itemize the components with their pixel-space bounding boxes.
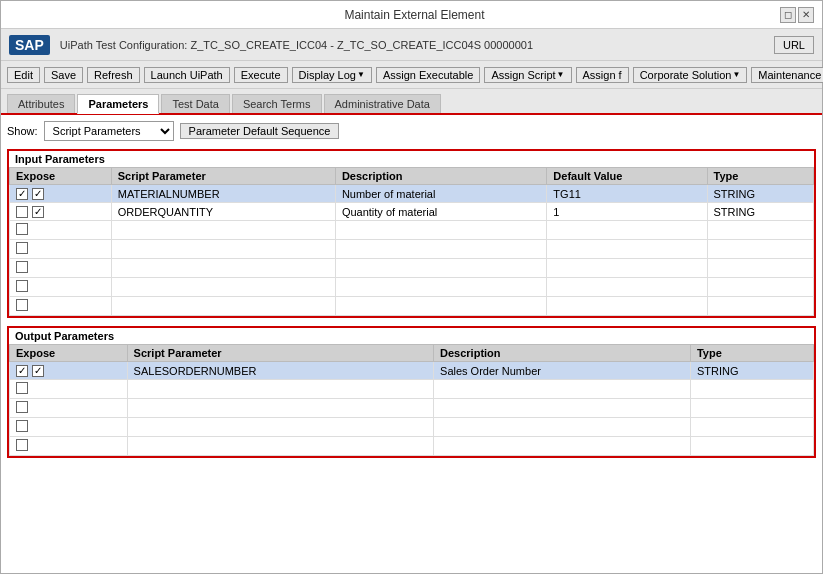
edit-button[interactable]: Edit	[7, 67, 40, 83]
assign-script-button[interactable]: Assign Script ▼	[484, 67, 571, 83]
type-cell	[690, 380, 813, 399]
table-row	[10, 418, 814, 437]
table-row	[10, 297, 814, 316]
col-type: Type	[690, 345, 813, 362]
default-value-cell	[547, 297, 707, 316]
expose-outer-checkbox[interactable]	[16, 365, 28, 377]
expose-checkbox[interactable]	[16, 420, 28, 432]
default-value-cell: TG11	[547, 185, 707, 203]
execute-button[interactable]: Execute	[234, 67, 288, 83]
expose-cell	[10, 380, 128, 399]
launch-uipath-button[interactable]: Launch UiPath	[144, 67, 230, 83]
table-row	[10, 437, 814, 456]
expose-checkbox[interactable]	[16, 299, 28, 311]
script-param-cell	[111, 278, 335, 297]
tab-parameters[interactable]: Parameters	[77, 94, 159, 114]
col-description: Description	[335, 168, 546, 185]
expose-outer-checkbox[interactable]	[16, 206, 28, 218]
script-param-cell	[127, 418, 433, 437]
description-cell	[335, 259, 546, 278]
show-label: Show:	[7, 125, 38, 137]
title-bar: Maintain External Element ◻ ✕	[1, 1, 822, 29]
tab-attributes[interactable]: Attributes	[7, 94, 75, 113]
refresh-button[interactable]: Refresh	[87, 67, 140, 83]
col-default-value: Default Value	[547, 168, 707, 185]
expose-cell	[10, 437, 128, 456]
type-cell	[707, 278, 813, 297]
description-cell	[434, 437, 691, 456]
script-param-cell: SALESORDERNUMBER	[127, 362, 433, 380]
toolbar: Edit Save Refresh Launch UiPath Execute …	[1, 61, 822, 89]
default-value-cell: 1	[547, 203, 707, 221]
expose-checkbox[interactable]	[16, 223, 28, 235]
col-script-param: Script Parameter	[127, 345, 433, 362]
expose-outer-checkbox[interactable]	[16, 188, 28, 200]
output-parameters-section: Output Parameters Expose Script Paramete…	[7, 326, 816, 458]
type-cell	[707, 297, 813, 316]
description-cell	[434, 399, 691, 418]
expose-cell	[10, 259, 112, 278]
description-cell: Quantity of material	[335, 203, 546, 221]
table-row	[10, 278, 814, 297]
default-value-cell	[547, 259, 707, 278]
restore-button[interactable]: ◻	[780, 7, 796, 23]
expose-cell	[10, 418, 128, 437]
description-cell	[335, 240, 546, 259]
main-window: Maintain External Element ◻ ✕ SAP UiPath…	[0, 0, 823, 574]
col-expose: Expose	[10, 168, 112, 185]
close-button[interactable]: ✕	[798, 7, 814, 23]
assign-executable-button[interactable]: Assign Executable	[376, 67, 481, 83]
output-parameters-table: Expose Script Parameter Description Type	[9, 344, 814, 456]
type-cell	[690, 418, 813, 437]
expose-inner-checkbox[interactable]	[32, 188, 44, 200]
expose-checkbox[interactable]	[16, 401, 28, 413]
description-cell: Sales Order Number	[434, 362, 691, 380]
input-table-header: Expose Script Parameter Description Defa…	[10, 168, 814, 185]
input-parameters-table: Expose Script Parameter Description Defa…	[9, 167, 814, 316]
url-button[interactable]: URL	[774, 36, 814, 54]
sap-title: UiPath Test Configuration: Z_TC_SO_CREAT…	[60, 39, 774, 51]
tab-search-terms[interactable]: Search Terms	[232, 94, 322, 113]
table-row	[10, 399, 814, 418]
save-button[interactable]: Save	[44, 67, 83, 83]
description-cell	[335, 297, 546, 316]
table-row	[10, 240, 814, 259]
description-cell	[335, 221, 546, 240]
description-cell	[335, 278, 546, 297]
default-value-cell	[547, 278, 707, 297]
script-param-cell: ORDERQUANTITY	[111, 203, 335, 221]
script-param-cell	[111, 221, 335, 240]
expose-inner-checkbox[interactable]	[32, 206, 44, 218]
tab-test-data[interactable]: Test Data	[161, 94, 229, 113]
type-cell	[707, 259, 813, 278]
expose-cell	[10, 240, 112, 259]
type-cell: STRING	[690, 362, 813, 380]
expose-inner-checkbox[interactable]	[32, 365, 44, 377]
col-expose: Expose	[10, 345, 128, 362]
assign-f-button[interactable]: Assign f	[576, 67, 629, 83]
expose-cell	[10, 278, 112, 297]
expose-checkbox[interactable]	[16, 242, 28, 254]
type-cell: STRING	[707, 203, 813, 221]
default-value-cell	[547, 240, 707, 259]
corporate-solution-button[interactable]: Corporate Solution ▼	[633, 67, 748, 83]
table-row: SALESORDERNUMBER Sales Order Number STRI…	[10, 362, 814, 380]
table-row: ORDERQUANTITY Quantity of material 1 STR…	[10, 203, 814, 221]
display-log-button[interactable]: Display Log ▼	[292, 67, 372, 83]
window-controls: ◻ ✕	[780, 7, 814, 23]
tab-administrative-data[interactable]: Administrative Data	[324, 94, 441, 113]
expose-cell	[10, 362, 128, 380]
expose-checkbox[interactable]	[16, 280, 28, 292]
assign-script-dropdown-arrow: ▼	[557, 70, 565, 79]
param-seq-button[interactable]: Parameter Default Sequence	[180, 123, 340, 139]
table-row: MATERIALNUMBER Number of material TG11 S…	[10, 185, 814, 203]
maintenance-button[interactable]: Maintenance ▼	[751, 67, 823, 83]
type-cell	[690, 437, 813, 456]
show-select[interactable]: Script Parameters All Parameters	[44, 121, 174, 141]
expose-checkbox[interactable]	[16, 439, 28, 451]
expose-checkbox[interactable]	[16, 261, 28, 273]
col-script-param: Script Parameter	[111, 168, 335, 185]
type-cell	[707, 221, 813, 240]
expose-cell	[10, 203, 112, 221]
expose-checkbox[interactable]	[16, 382, 28, 394]
